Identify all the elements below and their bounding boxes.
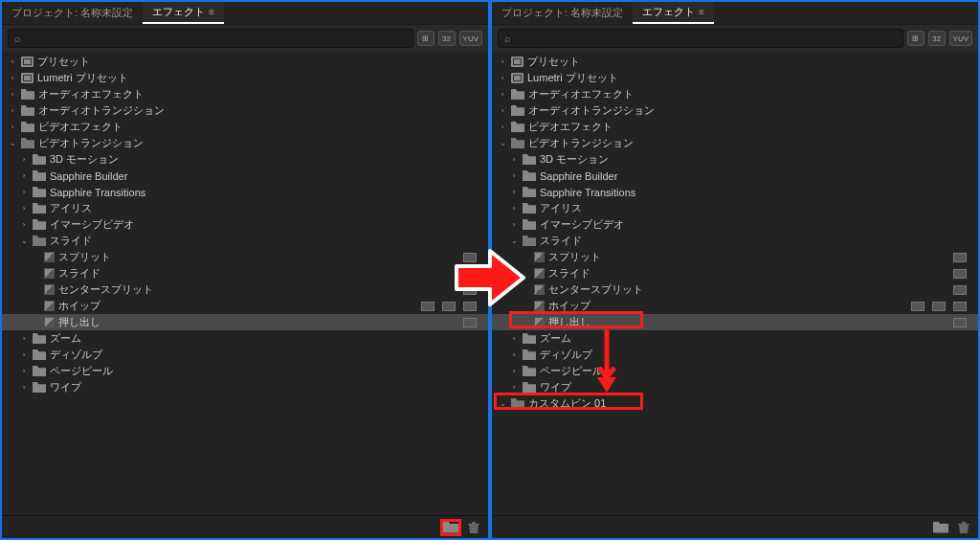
filter-32bit[interactable]: 32	[928, 31, 946, 46]
filter-yuv[interactable]: YUV	[459, 31, 482, 46]
tree-item-push[interactable]: 押し出し	[492, 314, 978, 330]
tree-item-wipe[interactable]: ›ワイプ	[2, 379, 488, 395]
twisty-icon[interactable]: ›	[498, 74, 507, 82]
tab-effects[interactable]: エフェクト≡	[633, 2, 714, 24]
tree-item-3d[interactable]: ›3D モーション	[492, 151, 978, 168]
item-label: スライド	[548, 266, 953, 281]
tree-item-center[interactable]: センタースプリット	[2, 281, 488, 298]
tree-item-iris[interactable]: ›アイリス	[492, 200, 978, 216]
tree-item-split[interactable]: スプリット	[2, 249, 488, 265]
twisty-icon[interactable]: ›	[19, 350, 29, 359]
tree-item-audiofx[interactable]: ›オーディオエフェクト	[2, 86, 488, 102]
filter-yuv[interactable]: YUV	[949, 31, 972, 46]
twisty-icon[interactable]: ›	[509, 334, 519, 343]
tree-item-slide[interactable]: ⌄スライド	[2, 233, 488, 249]
twisty-icon[interactable]: ›	[19, 383, 29, 392]
tree-item-videofx[interactable]: ›ビデオエフェクト	[2, 119, 488, 135]
tree-item-immersive[interactable]: ›イマーシブビデオ	[2, 216, 488, 233]
tree-item-lumetri[interactable]: ›Lumetri プリセット	[492, 70, 978, 86]
item-label: ディゾルブ	[50, 348, 484, 362]
tab-project[interactable]: プロジェクト: 名称未設定	[492, 2, 633, 24]
effects-tree[interactable]: ›プリセット ›Lumetri プリセット ›オーディオエフェクト ›オーディオ…	[492, 52, 978, 515]
twisty-icon[interactable]: ›	[498, 90, 507, 99]
tree-item-pagepeel[interactable]: ›ページピール	[492, 363, 978, 379]
tree-item-3d[interactable]: ›3D モーション	[2, 151, 488, 168]
twisty-icon[interactable]: ›	[19, 367, 29, 375]
twisty-icon[interactable]: ›	[19, 334, 29, 343]
tree-item-st[interactable]: ›Sapphire Transitions	[2, 184, 488, 200]
twisty-icon[interactable]: ›	[19, 220, 29, 229]
twisty-icon[interactable]: ›	[509, 220, 519, 229]
tree-item-slidefx[interactable]: スライド	[492, 265, 978, 281]
tree-item-immersive[interactable]: ›イマーシブビデオ	[492, 216, 978, 233]
tree-item-lumetri[interactable]: ›Lumetri プリセット	[2, 70, 488, 86]
twisty-icon[interactable]: ⌄	[498, 399, 507, 408]
tree-item-split[interactable]: スプリット	[492, 249, 978, 265]
twisty-icon[interactable]: ›	[8, 57, 17, 66]
tab-effects[interactable]: エフェクト≡	[143, 2, 224, 24]
tree-item-dissolve[interactable]: ›ディゾルブ	[492, 347, 978, 363]
tree-item-wipe[interactable]: ›ワイプ	[492, 379, 978, 395]
tree-item-center[interactable]: センタースプリット	[492, 281, 978, 298]
tree-item-st[interactable]: ›Sapphire Transitions	[492, 184, 978, 200]
item-label: 3D モーション	[50, 152, 484, 167]
twisty-icon[interactable]: ›	[509, 155, 519, 164]
tree-item-pagepeel[interactable]: ›ページピール	[2, 363, 488, 379]
tree-item-audiofx[interactable]: ›オーディオエフェクト	[492, 86, 978, 102]
tree-item-dissolve[interactable]: ›ディゾルブ	[2, 347, 488, 363]
twisty-icon[interactable]: ›	[19, 188, 29, 196]
twisty-icon[interactable]: ›	[19, 171, 29, 180]
tree-item-sb[interactable]: ›Sapphire Builder	[492, 168, 978, 184]
filter-accelerated[interactable]: ⊞	[417, 31, 434, 46]
folder-icon	[33, 187, 46, 197]
tree-item-iris[interactable]: ›アイリス	[2, 200, 488, 216]
search-input[interactable]: ⌕	[8, 29, 413, 48]
tree-item-whip[interactable]: ホイップ	[2, 298, 488, 314]
tree-item-videotr[interactable]: ⌄ビデオトランジション	[2, 135, 488, 151]
panel-menu-icon[interactable]: ≡	[209, 7, 214, 17]
new-bin-button[interactable]	[442, 521, 459, 534]
twisty-icon[interactable]: ›	[509, 383, 519, 392]
trash-button[interactable]	[465, 521, 482, 534]
new-bin-button[interactable]	[932, 521, 949, 534]
twisty-icon[interactable]: ›	[498, 106, 507, 115]
tree-item-push[interactable]: 押し出し	[2, 314, 488, 330]
tree-item-slidefx[interactable]: スライド	[2, 265, 488, 281]
twisty-icon[interactable]: ⌄	[8, 139, 17, 147]
tree-item-custom-bin[interactable]: ⌄カスタムビン 01	[492, 395, 978, 412]
tree-item-videofx[interactable]: ›ビデオエフェクト	[492, 119, 978, 135]
twisty-icon[interactable]: ›	[8, 74, 17, 82]
twisty-icon[interactable]: ›	[19, 155, 29, 164]
twisty-icon[interactable]: ›	[8, 90, 17, 99]
tree-item-sb[interactable]: ›Sapphire Builder	[2, 168, 488, 184]
twisty-icon[interactable]: ⌄	[19, 236, 29, 245]
search-input[interactable]: ⌕	[498, 29, 903, 48]
filter-32bit[interactable]: 32	[438, 31, 456, 46]
trash-button[interactable]	[955, 521, 972, 534]
tree-item-zoom[interactable]: ›ズーム	[492, 330, 978, 347]
tree-item-presets[interactable]: ›プリセット	[492, 54, 978, 70]
twisty-icon[interactable]: ›	[19, 204, 29, 213]
twisty-icon[interactable]: ›	[509, 188, 519, 196]
twisty-icon[interactable]: ›	[509, 350, 519, 359]
badge-icon	[463, 318, 477, 327]
panel-menu-icon[interactable]: ≡	[699, 7, 704, 17]
twisty-icon[interactable]: ›	[509, 204, 519, 213]
effects-tree[interactable]: ›プリセット ›Lumetri プリセット ›オーディオエフェクト ›オーディオ…	[2, 52, 488, 515]
tree-item-slide[interactable]: ⌄スライド	[492, 233, 978, 249]
twisty-icon[interactable]: ›	[509, 367, 519, 375]
twisty-icon[interactable]: ›	[8, 106, 17, 115]
tree-item-audiotr[interactable]: ›オーディオトランジション	[492, 102, 978, 119]
twisty-icon[interactable]: ⌄	[498, 139, 507, 147]
tree-item-zoom[interactable]: ›ズーム	[2, 330, 488, 347]
tree-item-videotr[interactable]: ⌄ビデオトランジション	[492, 135, 978, 151]
tree-item-audiotr[interactable]: ›オーディオトランジション	[2, 102, 488, 119]
tab-project[interactable]: プロジェクト: 名称未設定	[2, 2, 143, 24]
twisty-icon[interactable]: ›	[8, 123, 17, 131]
tree-item-presets[interactable]: ›プリセット	[2, 54, 488, 70]
twisty-icon[interactable]: ›	[498, 123, 507, 131]
filter-accelerated[interactable]: ⊞	[907, 31, 924, 46]
tree-item-whip[interactable]: ホイップ	[492, 298, 978, 314]
twisty-icon[interactable]: ›	[498, 57, 507, 66]
twisty-icon[interactable]: ›	[509, 171, 519, 180]
